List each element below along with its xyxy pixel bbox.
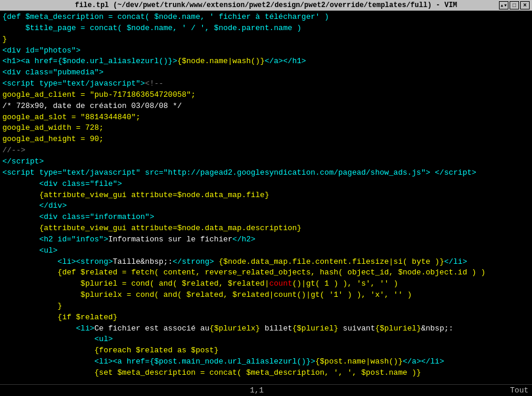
line-1: {def $meta_description = concat( $node.n… [2,12,530,23]
line-33: {set $meta_description = concat( $meta_d… [2,368,530,377]
line-32: <li><a href={$post.main_node.url_aliasle… [2,356,530,368]
line-15: <script type="text/javascript" src="http… [2,168,530,179]
line-9: /* 728x90, date de création 03/08/08 */ [2,101,530,112]
line-13: //--> [2,145,530,156]
line-21: <h2 id="infos">Informations sur le fichi… [2,234,530,246]
line-2: $title_page = concat( $node.name, ' / ',… [2,23,530,34]
minimize-button[interactable]: ▴▾ [499,1,508,9]
maximize-button[interactable]: □ [510,1,519,9]
line-19: <div class="information"> [2,212,530,223]
line-3: } [2,34,530,45]
line-17: {attribute_view_gui attribute=$node.data… [2,190,530,201]
line-4: <div id="photos"> [2,45,530,57]
line-24: {def $related = fetch( content, reverse_… [2,267,530,279]
status-bar: 1,1 Tout [0,384,532,396]
line-6: <div class="pubmedia"> [2,67,530,78]
line-8: google_ad_client = "pub-7171863654720058… [2,90,530,101]
line-12: google_ad_height = 90; [2,134,530,145]
line-27: } [2,301,530,312]
close-button[interactable]: × [520,1,530,9]
title-bar: file.tpl (~/dev/pwet/trunk/www/extension… [0,0,532,11]
line-23: <li><strong>Taille&nbsp;:</strong> {$nod… [2,257,530,268]
editor: {def $meta_description = concat( $node.n… [0,11,532,377]
line-28: {if $related} [2,312,530,323]
line-14: </script> [2,156,530,168]
line-7: <script type="text/javascript"><!-- [2,78,530,90]
window-title: file.tpl (~/dev/pwet/trunk/www/extension… [75,1,457,9]
line-11: google_ad_width = 728; [2,123,530,134]
line-22: <ul> [2,246,530,257]
status-right: Tout [510,386,528,395]
line-5: <h1><a href={$node.url_aliaslezurl()}>{$… [2,56,530,67]
line-30: <ul> [2,334,530,345]
line-18: </div> [2,201,530,212]
line-20: {attribute_view_gui attribute=$node.data… [2,223,530,234]
line-26: $plurielx = cond( and( $related, $relate… [2,290,530,301]
cursor-position: 1,1 [250,386,264,395]
line-25: $pluriel = cond( and( $related, $related… [2,279,530,290]
line-10: google_ad_slot = "8814344840"; [2,112,530,123]
window-controls[interactable]: ▴▾ □ × [499,1,530,9]
line-16: <div class="file"> [2,179,530,190]
line-29: <li>Ce fichier est associé au{$plurielx}… [2,323,530,335]
line-31: {foreach $related as $post} [2,345,530,356]
